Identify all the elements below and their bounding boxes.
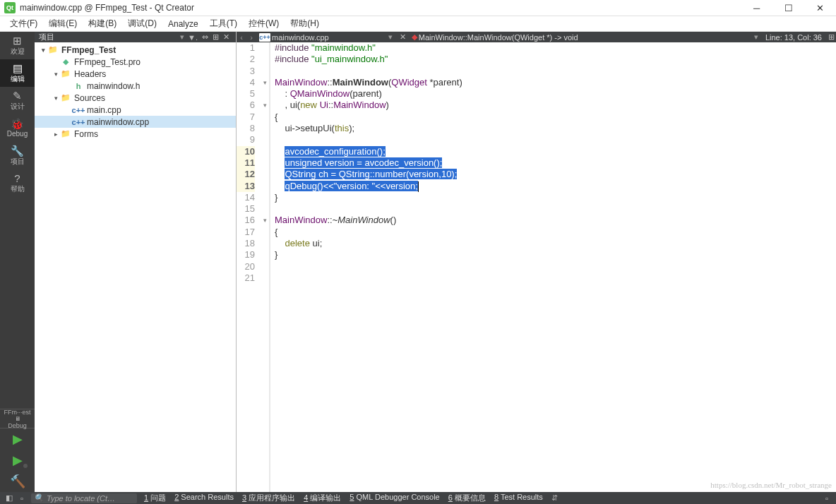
project-panel-header: 项目 ▾ ▼. ⇔ ⊞ ✕ — [35, 32, 236, 42]
tree-node[interactable]: ▸📁Forms — [35, 128, 236, 140]
symbol-icon: ◆ — [410, 32, 419, 42]
help-icon: ? — [14, 173, 20, 184]
mode-help[interactable]: ? 帮助 — [0, 169, 35, 197]
app-icon: Qt — [4, 2, 16, 13]
debug-icon: 🐞 — [11, 119, 24, 129]
split-icon[interactable]: ⊞ — [210, 32, 221, 42]
output-pane-1[interactable]: 1 问题 — [140, 493, 170, 503]
run-button[interactable]: ▶ — [0, 428, 35, 450]
minimize-button[interactable]: ─ — [741, 0, 772, 16]
tree-node[interactable]: hmainwindow.h — [35, 80, 236, 92]
menubar: 文件(F) 编辑(E) 构建(B) 调试(D) Analyze 工具(T) 控件… — [0, 16, 836, 32]
menu-window[interactable]: 控件(W) — [243, 16, 285, 32]
menu-file[interactable]: 文件(F) — [4, 16, 43, 32]
design-icon: ✎ — [13, 90, 22, 101]
project-tree[interactable]: ▾📁FFmpeg_Test◆FFmpeg_Test.pro▾📁Headershm… — [35, 42, 236, 492]
toggle-sidebar-icon[interactable]: ◧ — [3, 493, 16, 503]
cpp-file-icon: c++ — [259, 33, 270, 42]
mode-design[interactable]: ✎ 设计 — [0, 87, 35, 114]
debug-run-button[interactable]: ▶ — [0, 450, 35, 471]
close-button[interactable]: ✕ — [804, 0, 836, 16]
progress-icon[interactable]: ▫ — [820, 494, 833, 503]
output-pane-3[interactable]: 3 应用程序输出 — [238, 493, 299, 503]
kit-selector[interactable]: FFm···est 🖥 Debug — [0, 409, 35, 428]
menu-analyze[interactable]: Analyze — [162, 16, 204, 32]
build-button[interactable]: 🔨 — [0, 471, 35, 492]
watermark: https://blog.csdn.net/Mr_robot_strange — [710, 479, 832, 491]
editor-toolbar: ‹ › c++ mainwindow.cpp ▾ ✕ ◆ MainWindow:… — [237, 32, 836, 42]
menu-edit[interactable]: 编辑(E) — [43, 16, 83, 32]
menu-build[interactable]: 构建(B) — [83, 16, 122, 32]
code-editor[interactable]: 123456789101112131415161718192021 ▾▾▾ #i… — [237, 42, 836, 492]
maximize-button[interactable]: ☐ — [772, 0, 804, 16]
edit-icon: ▤ — [13, 63, 23, 73]
nav-back-icon[interactable]: ‹ — [237, 33, 246, 42]
output-pane-2[interactable]: 2 Search Results — [170, 493, 238, 503]
project-panel: 项目 ▾ ▼. ⇔ ⊞ ✕ ▾📁FFmpeg_Test◆FFmpeg_Test.… — [35, 32, 237, 492]
tree-node[interactable]: c++main.cpp — [35, 104, 236, 116]
output-pane-6[interactable]: 6 概要信息 — [444, 493, 490, 503]
menu-tools[interactable]: 工具(T) — [204, 16, 243, 32]
output-arrows-icon[interactable]: ⇵ — [547, 493, 562, 503]
tree-node[interactable]: ▾📁Headers — [35, 68, 236, 80]
filter-icon[interactable]: ▼. — [186, 33, 200, 42]
menu-debug[interactable]: 调试(D) — [122, 16, 162, 32]
sync-icon[interactable]: ⇔ — [200, 32, 210, 42]
mode-edit[interactable]: ▤ 编辑 — [0, 59, 35, 87]
close-document-icon[interactable]: ✕ — [395, 32, 410, 42]
mode-projects[interactable]: 🔧 项目 — [0, 142, 35, 169]
search-icon: 🔍 — [34, 493, 44, 503]
close-panel-icon[interactable]: ✕ — [221, 32, 232, 42]
toggle-output-icon[interactable]: ▫ — [16, 494, 28, 503]
output-pane-4[interactable]: 4 编译输出 — [299, 493, 345, 503]
output-pane-8[interactable]: 8 Test Results — [490, 493, 547, 503]
menu-help[interactable]: 帮助(H) — [285, 16, 325, 32]
titlebar: Qt mainwindow.cpp @ FFmpeg_Test - Qt Cre… — [0, 0, 836, 16]
mode-sidebar: ⊞ 欢迎 ▤ 编辑 ✎ 设计 🐞 Debug 🔧 项目 ? 帮助 FFm···e… — [0, 32, 35, 492]
tree-node[interactable]: ▾📁Sources — [35, 92, 236, 104]
locator-input[interactable]: 🔍 Type to locate (Ct… — [31, 493, 137, 503]
output-pane-5[interactable]: 5 QML Debugger Console — [345, 493, 443, 503]
mode-welcome[interactable]: ⊞ 欢迎 — [0, 32, 35, 59]
editor-area: ‹ › c++ mainwindow.cpp ▾ ✕ ◆ MainWindow:… — [237, 32, 836, 492]
file-dropdown-icon[interactable]: ▾ — [386, 32, 395, 42]
window-title: mainwindow.cpp @ FFmpeg_Test - Qt Creato… — [20, 3, 741, 13]
tree-node[interactable]: ◆FFmpeg_Test.pro — [35, 56, 236, 68]
mode-debug[interactable]: 🐞 Debug — [0, 114, 35, 142]
nav-forward-icon[interactable]: › — [246, 33, 256, 42]
symbol-selector[interactable]: MainWindow::MainWindow(QWidget *) -> voi… — [419, 33, 751, 42]
open-file-name[interactable]: mainwindow.cpp — [272, 33, 386, 42]
tree-node[interactable]: ▾📁FFmpeg_Test — [35, 44, 236, 56]
projects-icon: 🔧 — [11, 145, 24, 156]
statusbar: ◧ ▫ 🔍 Type to locate (Ct… 1 问题2 Search R… — [0, 492, 836, 504]
split-editor-icon[interactable]: ⊞ — [826, 32, 836, 42]
welcome-icon: ⊞ — [13, 35, 22, 46]
cursor-position: Line: 13, Col: 36 — [761, 33, 826, 42]
tree-node[interactable]: c++mainwindow.cpp — [35, 116, 236, 128]
symbol-dropdown-icon[interactable]: ▾ — [751, 32, 761, 42]
